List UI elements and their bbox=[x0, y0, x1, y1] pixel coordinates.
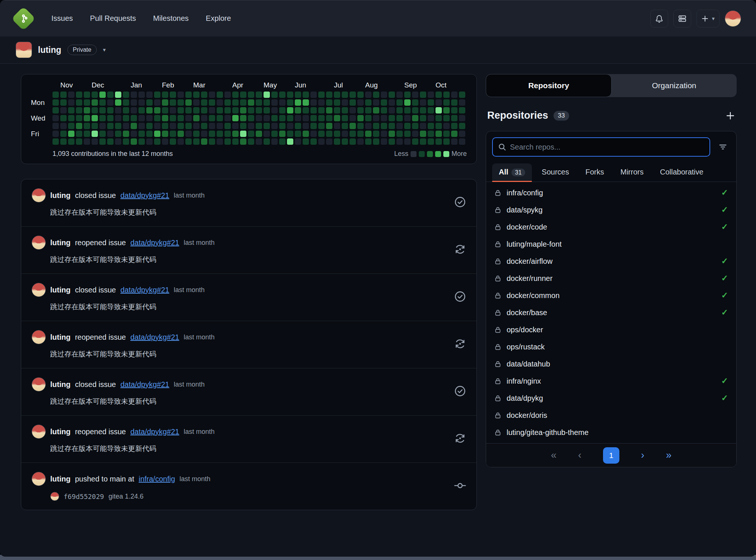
heatmap-cell[interactable] bbox=[123, 99, 129, 106]
heatmap-cell[interactable] bbox=[443, 99, 450, 106]
heatmap-cell[interactable] bbox=[193, 92, 200, 98]
repo-item[interactable]: ops/docker bbox=[486, 321, 736, 338]
heatmap-cell[interactable] bbox=[295, 92, 301, 98]
heatmap-cell[interactable] bbox=[303, 123, 309, 129]
pagination-first[interactable]: « bbox=[551, 449, 556, 461]
feed-avatar[interactable] bbox=[32, 330, 46, 344]
heatmap-cell[interactable] bbox=[193, 131, 200, 137]
heatmap-cell[interactable] bbox=[146, 138, 153, 145]
repo-name[interactable]: docker/common bbox=[507, 291, 559, 300]
heatmap-cell[interactable] bbox=[115, 138, 121, 145]
heatmap-cell[interactable] bbox=[224, 138, 231, 145]
repo-name[interactable]: infra/nginx bbox=[507, 377, 541, 385]
heatmap-cell[interactable] bbox=[217, 138, 223, 145]
heatmap-cell[interactable] bbox=[412, 131, 418, 137]
heatmap-cell[interactable] bbox=[240, 107, 246, 113]
heatmap-cell[interactable] bbox=[68, 99, 74, 106]
profile-dropdown-caret[interactable]: ▾ bbox=[103, 47, 106, 53]
heatmap-cell[interactable] bbox=[350, 138, 356, 145]
heatmap-cell[interactable] bbox=[131, 92, 137, 98]
repo-item[interactable]: docker/runner✓ bbox=[486, 270, 736, 287]
heatmap-cell[interactable] bbox=[146, 92, 153, 98]
heatmap-cell[interactable] bbox=[84, 123, 90, 129]
heatmap-cell[interactable] bbox=[232, 131, 239, 137]
heatmap-cell[interactable] bbox=[412, 123, 418, 129]
heatmap-cell[interactable] bbox=[99, 92, 106, 98]
heatmap-cell[interactable] bbox=[92, 115, 98, 121]
heatmap-cell[interactable] bbox=[193, 123, 200, 129]
heatmap-cell[interactable] bbox=[84, 131, 90, 137]
heatmap-cell[interactable] bbox=[365, 92, 371, 98]
heatmap-cell[interactable] bbox=[131, 115, 137, 121]
heatmap-cell[interactable] bbox=[389, 123, 395, 129]
heatmap-cell[interactable] bbox=[295, 99, 301, 106]
feed-target-link[interactable]: infra/config bbox=[138, 475, 175, 483]
heatmap-cell[interactable] bbox=[248, 138, 254, 145]
heatmap-cell[interactable] bbox=[123, 92, 129, 98]
heatmap-cell[interactable] bbox=[318, 92, 325, 98]
heatmap-cell[interactable] bbox=[412, 107, 418, 113]
heatmap-cell[interactable] bbox=[232, 99, 239, 106]
heatmap-cell[interactable] bbox=[436, 92, 442, 98]
repo-name[interactable]: docker/doris bbox=[507, 411, 547, 420]
heatmap-cell[interactable] bbox=[365, 107, 371, 113]
repo-name[interactable]: docker/runner bbox=[507, 274, 552, 283]
heatmap-cell[interactable] bbox=[436, 131, 442, 137]
heatmap-cell[interactable] bbox=[185, 131, 192, 137]
heatmap-cell[interactable] bbox=[201, 92, 207, 98]
heatmap-cell[interactable] bbox=[318, 138, 325, 145]
heatmap-cell[interactable] bbox=[138, 99, 145, 106]
heatmap-cell[interactable] bbox=[76, 99, 82, 106]
repo-item[interactable]: luting/gitea-github-theme bbox=[486, 424, 736, 441]
heatmap-cell[interactable] bbox=[279, 123, 286, 129]
create-new-button[interactable]: ▾ bbox=[696, 10, 720, 28]
heatmap-cell[interactable] bbox=[154, 131, 160, 137]
heatmap-cell[interactable] bbox=[162, 131, 168, 137]
heatmap-cell[interactable] bbox=[248, 99, 254, 106]
heatmap-cell[interactable] bbox=[123, 123, 129, 129]
heatmap-cell[interactable] bbox=[123, 115, 129, 121]
heatmap-cell[interactable] bbox=[381, 99, 387, 106]
heatmap-cell[interactable] bbox=[396, 138, 403, 145]
heatmap-cell[interactable] bbox=[303, 107, 309, 113]
heatmap-cell[interactable] bbox=[412, 138, 418, 145]
heatmap-cell[interactable] bbox=[154, 115, 160, 121]
heatmap-cell[interactable] bbox=[381, 131, 387, 137]
heatmap-cell[interactable] bbox=[84, 99, 90, 106]
repo-name[interactable]: luting/gitea-github-theme bbox=[507, 428, 588, 437]
heatmap-cell[interactable] bbox=[52, 138, 59, 145]
heatmap-cell[interactable] bbox=[271, 138, 278, 145]
repo-item[interactable]: ops/rustack bbox=[486, 338, 736, 355]
heatmap-cell[interactable] bbox=[84, 107, 90, 113]
feed-username[interactable]: luting bbox=[50, 239, 70, 247]
heatmap-cell[interactable] bbox=[342, 138, 348, 145]
feed-username[interactable]: luting bbox=[50, 380, 70, 389]
heatmap-cell[interactable] bbox=[209, 92, 215, 98]
heatmap-cell[interactable] bbox=[326, 92, 332, 98]
heatmap-cell[interactable] bbox=[443, 138, 450, 145]
heatmap-cell[interactable] bbox=[326, 123, 332, 129]
heatmap-cell[interactable] bbox=[334, 138, 340, 145]
heatmap-cell[interactable] bbox=[396, 92, 403, 98]
heatmap-cell[interactable] bbox=[146, 131, 153, 137]
heatmap-cell[interactable] bbox=[99, 107, 106, 113]
heatmap-cell[interactable] bbox=[326, 107, 332, 113]
heatmap-cell[interactable] bbox=[138, 115, 145, 121]
heatmap-cell[interactable] bbox=[357, 131, 364, 137]
repo-item[interactable]: data/dpykg✓ bbox=[486, 390, 736, 407]
user-avatar[interactable] bbox=[725, 10, 741, 27]
heatmap-cell[interactable] bbox=[373, 138, 379, 145]
heatmap-cell[interactable] bbox=[154, 92, 160, 98]
heatmap-cell[interactable] bbox=[185, 115, 192, 121]
heatmap-cell[interactable] bbox=[123, 107, 129, 113]
heatmap-cell[interactable] bbox=[396, 115, 403, 121]
heatmap-cell[interactable] bbox=[185, 99, 192, 106]
heatmap-cell[interactable] bbox=[373, 123, 379, 129]
heatmap-cell[interactable] bbox=[381, 138, 387, 145]
filter-icon[interactable] bbox=[715, 143, 731, 151]
heatmap-cell[interactable] bbox=[178, 107, 184, 113]
heatmap-cell[interactable] bbox=[232, 107, 239, 113]
heatmap-cell[interactable] bbox=[240, 92, 246, 98]
heatmap-cell[interactable] bbox=[357, 138, 364, 145]
heatmap-cell[interactable] bbox=[248, 123, 254, 129]
